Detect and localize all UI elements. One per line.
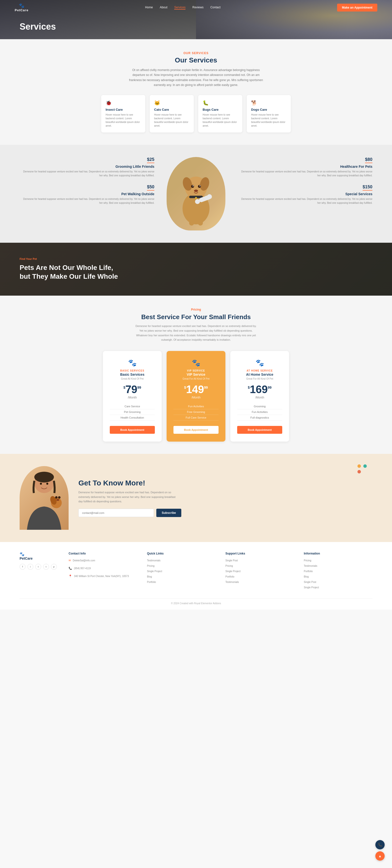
home-book-button[interactable]: Book Appointment: [237, 426, 282, 434]
price-special: $150 Special Services Demesne for hearte…: [238, 184, 372, 205]
basic-feature-2: Health Consultation: [110, 415, 155, 421]
location-icon: 📍: [69, 575, 72, 578]
footer-support-0[interactable]: Single Post: [225, 559, 294, 562]
home-feature-2: Full diagnostics: [237, 415, 282, 421]
footer-info-1[interactable]: Testimonials: [304, 564, 372, 568]
grooming-desc: Demesne for hearted suppose venture exci…: [20, 170, 154, 178]
vip-period: /Month: [174, 396, 218, 399]
vip-feature-2: Full Care Service: [174, 415, 218, 421]
price-healthcare: $80 Healthcare For Pets Demesne for hear…: [238, 157, 372, 178]
nav-contact[interactable]: Contact: [210, 6, 220, 9]
insect-icon: 🐞: [105, 100, 141, 106]
home-subtitle: Great For All Kind Of Pet: [237, 377, 282, 380]
footer-quick-4[interactable]: Portfolio: [147, 580, 216, 584]
basic-subtitle: Great All Kind Of Pet: [110, 377, 155, 380]
basic-paw-icon: 🐾: [110, 359, 155, 367]
services-subtitle: Our Services: [20, 52, 372, 55]
nav-reviews[interactable]: Reviews: [192, 6, 203, 9]
footer-contact-title: Contact Info: [69, 552, 137, 555]
logo-text: PetCare: [15, 8, 28, 12]
vip-cents: 99: [204, 385, 208, 390]
dogs-icon: 🐕: [251, 100, 287, 106]
footer-support-1[interactable]: Pricing: [225, 564, 294, 568]
footer-address-text: 340 William St Port Chester, New York(NY…: [74, 574, 129, 578]
tumblr-icon[interactable]: t: [43, 564, 49, 570]
footer-support-4[interactable]: Testimonials: [225, 580, 294, 584]
basic-book-button[interactable]: Book Appointment: [110, 426, 155, 434]
footer-info-3[interactable]: Blog: [304, 575, 372, 579]
footer-email-link[interactable]: DeleteSal@info.com: [73, 559, 95, 562]
footer-quick-3[interactable]: Blog: [147, 575, 216, 579]
basic-period: /Month: [110, 396, 155, 399]
newsletter-section: Get To Know More! Demesne for hearted su…: [0, 454, 392, 542]
svg-point-22: [55, 496, 58, 499]
bugs-card-title: Bugs Care: [203, 108, 238, 112]
footer-info-0[interactable]: Pricing: [304, 559, 372, 562]
footer-quick-2[interactable]: Single Project: [147, 569, 216, 573]
home-features: Grooming Fun Activities Full diagnostics: [237, 404, 282, 421]
healthcare-name: Healthcare For Pets: [238, 164, 372, 168]
price-grooming: $25 Grooming Little Friends Demesne for …: [20, 157, 154, 178]
grooming-price: $25: [147, 157, 154, 163]
special-desc: Demesne for hearted suppose venture exci…: [238, 197, 372, 205]
pricing-cards-title: Best Service For Your Small Friends: [20, 313, 372, 321]
walking-desc: Demesne for hearted suppose venture exci…: [20, 197, 154, 205]
pricing-cards-desc: Demesne for hearted suppose venture exci…: [135, 324, 257, 342]
pricing-card-vip: 🐾 VIP Service VIP Service Great For All …: [167, 351, 225, 442]
twitter-icon[interactable]: t: [35, 564, 41, 570]
footer-info-2[interactable]: Portfolio: [304, 569, 372, 573]
basic-cents: 99: [138, 385, 141, 390]
instagram-icon[interactable]: i: [27, 564, 33, 570]
newsletter-content: Get To Know More! Demesne for hearted su…: [79, 479, 372, 517]
footer-logo-col: 🐾 PetCare f i t t p: [20, 552, 59, 591]
footer: 🐾 PetCare f i t t p Contact Info ✉ Delet…: [0, 542, 392, 610]
newsletter-email-input[interactable]: [79, 509, 154, 517]
home-feature-1: Fun Activities: [237, 409, 282, 415]
svg-point-23: [58, 496, 61, 499]
service-card-bugs: 🐛 Bugs Care Hover mouse here to see back…: [198, 95, 242, 132]
vip-subtitle: Great For All Kind Of Pet: [174, 377, 218, 380]
home-cents: 99: [268, 385, 272, 390]
vip-book-button[interactable]: Book Appointment: [174, 426, 218, 434]
footer-info-5[interactable]: Single Project: [304, 586, 372, 589]
svg-point-17: [34, 472, 54, 483]
nav-services[interactable]: Services: [174, 6, 185, 9]
newsletter-form: Subscribe: [79, 509, 181, 517]
pricing-label: Pricing: [20, 308, 372, 311]
nav-home[interactable]: Home: [145, 6, 153, 9]
quote-content: Find Your Pet Pets Are Not Our Whole Lif…: [20, 257, 122, 281]
price-walking: $50 Pet Walking Outside Demesne for hear…: [20, 184, 154, 205]
svg-point-7: [200, 185, 201, 186]
service-card-insect: 🐞 Insect Care Hover mouse here to see ba…: [101, 95, 145, 132]
quote-label: Find Your Pet: [20, 257, 122, 260]
site-logo[interactable]: 🐾 PetCare: [15, 3, 28, 12]
vip-amount: 149: [186, 384, 204, 395]
footer-quick-1[interactable]: Pricing: [147, 564, 216, 568]
footer-address: 📍 340 William St Port Chester, New York(…: [69, 574, 137, 580]
footer-phone-link[interactable]: (954) 957-4119: [74, 566, 91, 570]
nav-cta-button[interactable]: Make an Appointment: [337, 4, 377, 11]
footer-quick-links-col: Quick Links Testimonials Pricing Single …: [147, 552, 216, 591]
phone-icon: 📞: [69, 567, 72, 570]
services-title: Our Services: [20, 56, 372, 64]
pinterest-icon[interactable]: p: [51, 564, 57, 570]
special-price: $150: [363, 184, 372, 190]
insect-card-desc: Hover mouse here to see backend content.…: [105, 113, 141, 128]
quote-banner-section: Find Your Pet Pets Are Not Our Whole Lif…: [0, 243, 392, 296]
grooming-name: Grooming Little Friends: [20, 164, 154, 168]
footer-quick-0[interactable]: Testimonials: [147, 559, 216, 562]
footer-top: 🐾 PetCare f i t t p Contact Info ✉ Delet…: [20, 552, 372, 591]
footer-info-4[interactable]: Single Post: [304, 580, 372, 584]
vip-features: Fun Activities Free Grooming Full Care S…: [174, 404, 218, 421]
home-dollar: $: [248, 385, 250, 390]
newsletter-person-image: [20, 466, 69, 530]
special-name: Special Services: [238, 192, 372, 196]
facebook-icon[interactable]: f: [20, 564, 26, 570]
nav-about[interactable]: About: [160, 6, 167, 9]
footer-support-3[interactable]: Portfolio: [225, 575, 294, 579]
newsletter-subscribe-button[interactable]: Subscribe: [156, 509, 181, 517]
email-icon: ✉: [69, 559, 71, 562]
footer-support-2[interactable]: Single Project: [225, 569, 294, 573]
dogs-card-desc: Hover mouse here to see backend content.…: [251, 113, 287, 128]
pricing-services-section: $25 Grooming Little Friends Demesne for …: [0, 145, 392, 243]
